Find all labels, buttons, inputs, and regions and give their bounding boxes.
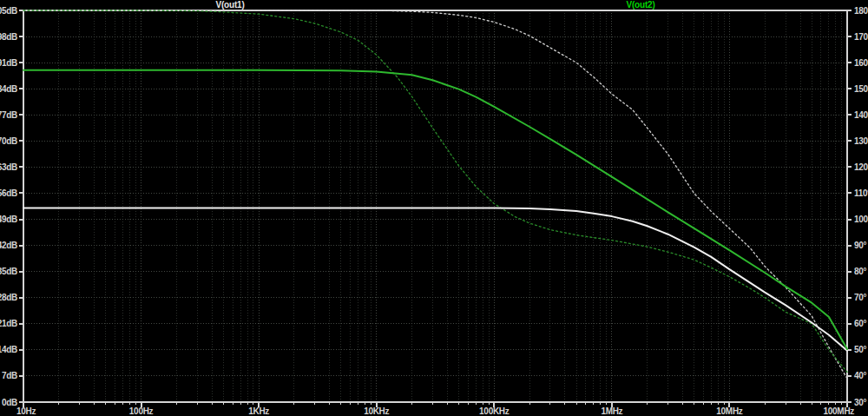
bode-plot-canvas[interactable]: 105dB98dB91dB84dB77dB70dB63dB56dB49dB42d… xyxy=(0,0,868,416)
x-tick-label: 100MHz xyxy=(824,406,855,416)
y-left-tick-label: 21dB xyxy=(0,319,17,328)
y-right-tick-label: 80° xyxy=(854,267,867,276)
y-left-tick-label: 63dB xyxy=(0,162,17,172)
y-right-tick-label: 130° xyxy=(854,136,868,146)
y-left-tick-label: 77dB xyxy=(0,110,17,120)
y-left-tick-label: 14dB xyxy=(0,345,17,354)
y-right-tick-label: 50° xyxy=(854,345,867,354)
y-left-tick-label: 56dB xyxy=(0,188,17,198)
axis-labels: 105dB98dB91dB84dB77dB70dB63dB56dB49dB42d… xyxy=(0,6,868,416)
y-left-tick-label: 70dB xyxy=(0,136,17,146)
y-left-tick-label: 28dB xyxy=(0,293,17,302)
trace-v-out1-magnitude[interactable] xyxy=(23,208,847,351)
y-right-tick-label: 70° xyxy=(854,293,867,302)
y-left-tick-label: 84dB xyxy=(0,84,17,94)
x-tick-label: 1MHz xyxy=(601,406,622,416)
y-left-tick-label: 49dB xyxy=(0,215,17,224)
x-tick-label: 10Hz xyxy=(16,406,36,416)
y-right-tick-label: 30° xyxy=(854,398,867,407)
trace-v-out2-phase[interactable] xyxy=(23,10,847,372)
y-right-tick-label: 180° xyxy=(854,6,868,16)
ltspice-waveform-window: V(out1) V(out2) 105dB98dB91dB84dB77dB70d… xyxy=(0,0,868,416)
y-left-tick-label: 0dB xyxy=(2,398,17,407)
x-tick-label: 10KHz xyxy=(364,406,389,416)
x-tick-label: 1KHz xyxy=(248,406,269,416)
y-left-tick-label: 105dB xyxy=(0,6,17,16)
y-right-tick-label: 40° xyxy=(854,371,867,380)
y-right-tick-label: 140° xyxy=(854,110,868,120)
x-tick-label: 10MHz xyxy=(716,406,742,416)
y-right-tick-label: 150° xyxy=(854,84,868,94)
grid-major xyxy=(23,10,847,402)
x-tick-label: 100KHz xyxy=(479,406,510,416)
grid-minor xyxy=(59,10,842,402)
y-right-tick-label: 110° xyxy=(854,188,868,198)
y-left-tick-label: 42dB xyxy=(0,241,17,250)
y-left-tick-label: 35dB xyxy=(0,267,17,276)
y-left-tick-label: 98dB xyxy=(0,32,17,42)
y-right-tick-label: 90° xyxy=(854,241,867,250)
plot-frame xyxy=(23,10,847,402)
y-right-tick-label: 120° xyxy=(854,162,868,172)
x-tick-label: 100Hz xyxy=(129,406,154,416)
y-right-tick-label: 100° xyxy=(854,215,868,224)
y-left-tick-label: 7dB xyxy=(2,371,17,380)
y-right-tick-label: 170° xyxy=(854,32,868,42)
y-left-tick-label: 91dB xyxy=(0,58,17,68)
y-right-tick-label: 60° xyxy=(854,319,867,328)
y-right-tick-label: 160° xyxy=(854,58,868,68)
trace-v-out2-magnitude[interactable] xyxy=(23,70,847,349)
